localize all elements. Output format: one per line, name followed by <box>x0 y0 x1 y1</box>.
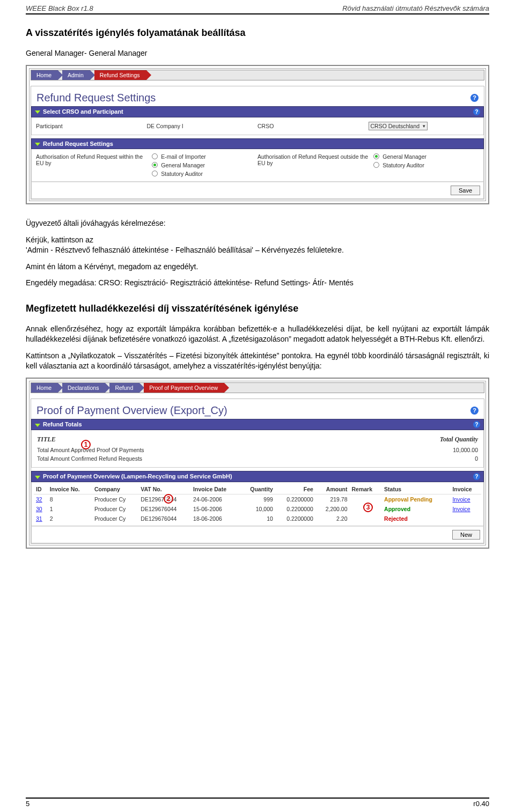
col-invoice[interactable]: Invoice <box>450 484 481 494</box>
auth-outside-eu-label: Authorisation of Refund Request outside … <box>258 153 373 166</box>
table-cell: 0.2200000 <box>275 504 315 514</box>
section-title-label: Refund Request Settings <box>43 141 113 147</box>
section-title-label: Proof of Payment Overview (Lampen-Recycl… <box>43 473 232 479</box>
section-select-crso-participant: Select CRSO and Participant ? <box>31 106 484 117</box>
table-cell: 15-06-2006 <box>191 504 240 514</box>
section-refund-totals: Refund Totals ? <box>31 419 484 430</box>
row-id-link[interactable]: 31 <box>36 515 42 522</box>
chevron-down-icon: ▾ <box>423 123 425 129</box>
table-cell: Producer Cy <box>92 494 138 504</box>
table-cell: 0.2200000 <box>275 494 315 504</box>
auth-within-eu-radio-group: E-mail of Importer General Manager Statu… <box>152 153 258 177</box>
refund-totals-row-label: Total Amount Approved Proof Of Payments <box>37 447 144 453</box>
radio-email-importer[interactable] <box>152 153 158 159</box>
refund-totals-row: Total Amount Confirmed Refund Requests 0 <box>36 454 479 463</box>
radio-label: General Manager <box>161 162 205 168</box>
help-icon[interactable]: ? <box>473 108 480 115</box>
radio-label: General Manager <box>382 153 426 160</box>
annotation-circle-1: 1 <box>81 440 91 449</box>
table-cell: DE129676044 <box>138 504 191 514</box>
col-amount[interactable]: Amount <box>315 484 350 494</box>
col-remark[interactable]: Remark <box>350 484 382 494</box>
col-fee[interactable]: Fee <box>275 484 315 494</box>
table-cell: 2,200.00 <box>315 504 350 514</box>
auth-within-eu-label: Authorisation of Refund Request within t… <box>36 153 152 166</box>
crumb-refund-settings[interactable]: Refund Settings <box>94 70 146 80</box>
crumb-admin[interactable]: Admin <box>62 70 90 80</box>
new-button[interactable]: New <box>452 530 480 540</box>
paragraph: Engedély megadása: CRSO: Regisztráció- R… <box>26 278 489 288</box>
table-cell <box>350 514 382 523</box>
crso-select-value: CRSO Deutschland <box>371 123 420 129</box>
help-icon[interactable]: ? <box>470 94 479 102</box>
footer-version: r0.40 <box>473 800 489 808</box>
paragraph: Kérjük, kattintson az <box>26 235 489 245</box>
refund-totals-row-qty: 10,000.00 <box>453 447 478 453</box>
table-row: 312Producer CyDE12967604418-06-2006100.2… <box>34 514 481 523</box>
footer-page-number: 5 <box>26 800 30 808</box>
annotation-circle-3: 3 <box>363 503 373 512</box>
row-id-link[interactable]: 30 <box>36 506 42 512</box>
col-status[interactable]: Status <box>382 484 450 494</box>
col-quantity[interactable]: Quantity <box>240 484 275 494</box>
section-refund-request-settings: Refund Request Settings <box>31 138 484 149</box>
invoice-link[interactable]: Invoice <box>452 506 470 512</box>
table-cell: Producer Cy <box>92 504 138 514</box>
radio-statutory-auditor[interactable] <box>152 171 158 176</box>
col-company[interactable]: Company <box>92 484 138 494</box>
refund-totals-row-qty: 0 <box>475 455 478 462</box>
chevron-down-icon <box>35 424 40 427</box>
table-cell: 1 <box>48 504 92 514</box>
chevron-down-icon <box>35 476 40 479</box>
paragraph: Ügyvezető általi jóváhagyás kérelmezése: <box>26 218 489 228</box>
table-cell: 2 <box>48 514 92 523</box>
paragraph: Kattintson a „Nyilatkozatok – Visszatérí… <box>26 351 489 371</box>
auth-outside-eu-radio-group: General Manager Statutory Auditor <box>373 153 479 168</box>
crso-select[interactable]: CRSO Deutschland ▾ <box>369 122 428 130</box>
table-cell: Invoice <box>450 504 481 514</box>
row-id-link[interactable]: 32 <box>36 496 42 503</box>
proof-of-payment-table: ID Invoice No. Company VAT No. Invoice D… <box>34 484 481 523</box>
invoice-link[interactable]: Invoice <box>452 496 470 503</box>
radio-general-manager[interactable] <box>152 162 158 168</box>
crumb-home[interactable]: Home <box>31 70 58 80</box>
help-icon[interactable]: ? <box>473 421 480 428</box>
status-cell: Approval Pending <box>382 494 450 504</box>
section1-subtitle: General Manager- General Manager <box>26 48 489 58</box>
radio-general-manager-2[interactable] <box>373 153 379 159</box>
col-invoice-date[interactable]: Invoice Date <box>191 484 240 494</box>
table-cell: 8 <box>48 494 92 504</box>
panel-title: Proof of Payment Overview (Export_Cy) <box>36 404 227 417</box>
refund-totals-qty-header: Total Quantity <box>440 435 478 444</box>
table-cell: 0.2200000 <box>275 514 315 523</box>
table-cell: 24-06-2006 <box>191 494 240 504</box>
panel-title: Refund Request Settings <box>36 92 156 104</box>
crumb-declarations[interactable]: Declarations <box>62 383 105 393</box>
participant-value: DE Company I <box>147 123 258 129</box>
document-header: WEEE Black Box r1.8 Rövid használati útm… <box>26 0 489 12</box>
table-cell: 2.20 <box>315 514 350 523</box>
paragraph: Amint én látom a Kérvényt, megadom az en… <box>26 262 489 272</box>
save-button[interactable]: Save <box>451 186 480 195</box>
section2-title: Megfizetett hulladékkezelési díj visszat… <box>26 303 489 314</box>
breadcrumb: Home Declarations Refund Proof of Paymen… <box>31 382 484 393</box>
refund-totals-row-label: Total Amount Confirmed Refund Requests <box>37 455 142 462</box>
col-vat-no[interactable]: VAT No. <box>138 484 191 494</box>
radio-label: Statutory Auditor <box>161 171 203 177</box>
col-id[interactable]: ID <box>34 484 48 494</box>
crumb-proof-of-payment-overview[interactable]: Proof of Payment Overview <box>144 383 224 393</box>
breadcrumb: Home Admin Refund Settings <box>31 70 484 80</box>
table-cell: 31 <box>34 514 48 523</box>
col-invoice-no[interactable]: Invoice No. <box>48 484 92 494</box>
section1-title: A visszatérítés igénylés folyamatának be… <box>26 27 489 39</box>
crumb-refund[interactable]: Refund <box>109 383 139 393</box>
radio-label: E-mail of Importer <box>161 153 205 160</box>
radio-statutory-auditor-2[interactable] <box>373 162 379 168</box>
crumb-home[interactable]: Home <box>31 383 58 393</box>
table-cell: 10 <box>240 514 275 523</box>
screenshot-refund-settings: Home Admin Refund Settings Refund Reques… <box>26 65 489 204</box>
chevron-down-icon <box>35 110 40 114</box>
table-cell: 18-06-2006 <box>191 514 240 523</box>
help-icon[interactable]: ? <box>470 407 479 415</box>
help-icon[interactable]: ? <box>473 473 480 480</box>
